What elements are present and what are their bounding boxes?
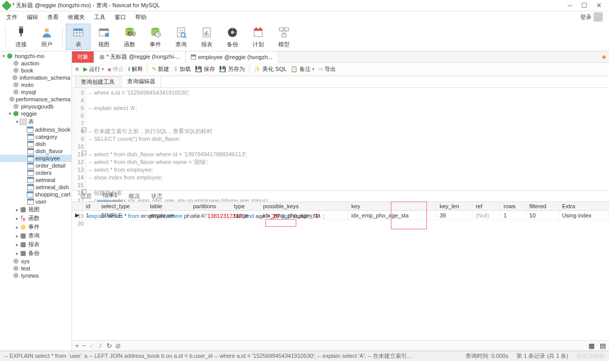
menu-收藏夹[interactable]: 收藏夹 — [64, 12, 89, 22]
tab-employee @reggie (hongzh...[interactable]: employee @reggie (hongzh... — [186, 51, 278, 63]
run-button[interactable]: ▶运行▾ — [83, 65, 104, 73]
toolbar-plan[interactable]: 计划 — [246, 24, 271, 50]
node-tables[interactable]: ▾表 — [0, 117, 71, 126]
table-setmeal[interactable]: setmeal — [0, 176, 71, 184]
subtab-1[interactable]: 查询编辑器 — [121, 76, 161, 87]
login-link[interactable]: 登录 — [580, 13, 592, 21]
toolbar-model[interactable]: 模型 — [272, 24, 296, 50]
col-select_type[interactable]: select_type — [98, 202, 147, 211]
db-information_schema[interactable]: information_schema — [0, 74, 71, 81]
menu-窗口[interactable]: 窗口 — [111, 12, 130, 22]
load-button[interactable]: ⇩加载 — [173, 65, 191, 73]
table-shopping_cart[interactable]: shopping_cart — [0, 191, 71, 198]
db-reggie[interactable]: ▾reggie — [0, 110, 71, 117]
db-pinyougoudb[interactable]: pinyougoudb — [0, 103, 71, 110]
table-order_detail[interactable]: order_detail — [0, 162, 71, 169]
col-key[interactable]: key — [348, 202, 437, 211]
col-id[interactable]: id — [83, 202, 98, 211]
table-dish[interactable]: dish — [0, 140, 71, 148]
table-category[interactable]: category — [0, 133, 71, 140]
col-Extra[interactable]: Extra — [559, 202, 608, 211]
db-icon-gray-icon — [12, 265, 20, 271]
db-mysql[interactable]: mysql — [0, 88, 71, 96]
table-orders[interactable]: orders — [0, 169, 71, 176]
beautify-button[interactable]: ✨美化 SQL — [254, 65, 286, 73]
node-backup[interactable]: ▸备份 — [0, 249, 71, 258]
form-view-icon[interactable]: ▤ — [600, 342, 606, 350]
menu-编辑[interactable]: 编辑 — [23, 12, 42, 22]
conn-hongzhi-mo[interactable]: ▾hongzhi-mo — [0, 52, 71, 60]
menu-查看[interactable]: 查看 — [43, 12, 63, 22]
node-report[interactable]: ▸报表 — [0, 240, 71, 249]
table-setmeal_dish[interactable]: setmeal_dish — [0, 184, 71, 191]
col-partitions[interactable]: partitions — [190, 202, 231, 211]
stop-icon[interactable]: ⊘ — [115, 342, 121, 350]
svg-rect-33 — [254, 29, 262, 31]
sql-editor[interactable]: 34567891011121314151617181920 -- where a… — [72, 87, 609, 190]
db-moto[interactable]: moto — [0, 81, 71, 88]
tbl-icon-icon — [27, 184, 34, 190]
node-event[interactable]: ▸事件 — [0, 223, 71, 231]
table-employee[interactable]: employee — [0, 155, 71, 162]
col-filtered[interactable]: filtered — [526, 202, 559, 211]
tab-* 无标题 @reggie (hongzhi-...[interactable]: ▦* 无标题 @reggie (hongzhi-... — [94, 51, 186, 63]
toolbar-report[interactable]: 报表 — [194, 24, 219, 50]
toolbar-view[interactable]: 视图 — [92, 24, 116, 50]
toolbar-backup[interactable]: 备份 — [220, 24, 245, 50]
avatar-icon[interactable] — [594, 12, 603, 22]
node-query[interactable]: ▸查询 — [0, 231, 71, 240]
save-button[interactable]: 💾保存 — [195, 65, 215, 73]
add-row-icon[interactable]: + — [75, 342, 79, 350]
svg-point-4 — [45, 28, 49, 32]
notes-button[interactable]: 📋备注▾ — [291, 65, 314, 73]
table-user[interactable]: user — [0, 198, 71, 205]
table-address_book[interactable]: address_book — [0, 126, 71, 133]
explain-button[interactable]: ℹ解释 — [128, 65, 143, 73]
col-possible_keys[interactable]: possible_keys — [260, 202, 348, 211]
commit-icon[interactable]: ✓ — [89, 342, 95, 350]
minimize-button[interactable]: ─ — [563, 2, 577, 9]
db-book[interactable]: book — [0, 67, 71, 74]
col-rows[interactable]: rows — [500, 202, 526, 211]
close-button[interactable]: ✕ — [592, 2, 606, 9]
table-dish_flavor[interactable]: dish_flavor — [0, 148, 71, 155]
menu-工具[interactable]: 工具 — [90, 12, 110, 22]
menu-文件[interactable]: 文件 — [2, 12, 22, 22]
tab-info-icon[interactable]: ◆ — [599, 53, 609, 60]
maximize-button[interactable]: ☐ — [577, 2, 592, 9]
col-ref[interactable]: ref — [472, 202, 500, 211]
stop-button[interactable]: ■停止 — [108, 65, 124, 73]
db-sys[interactable]: sys — [0, 258, 71, 265]
db-performance_schema[interactable]: performance_schema — [0, 96, 71, 103]
table-icon — [71, 25, 85, 40]
svg-rect-3 — [21, 33, 22, 37]
export-button[interactable]: ⇨导出 — [318, 65, 336, 73]
db-tynews[interactable]: tynews — [0, 272, 71, 279]
table-row[interactable]: ▶1SIMPLEemployee(Null)rangeidx_emp_pho_a… — [72, 211, 609, 220]
node-view[interactable]: ▸视图 — [0, 205, 71, 214]
cancel-icon[interactable]: ✗ — [98, 342, 103, 350]
new-button[interactable]: ✎新建 — [152, 65, 169, 73]
svg-line-40 — [284, 31, 286, 34]
toolbar-event[interactable]: 事件 — [143, 24, 168, 50]
del-row-icon[interactable]: − — [82, 342, 86, 350]
col-key_len[interactable]: key_len — [436, 202, 472, 211]
result-grid[interactable]: idselect_typetablepartitionstypepossible… — [72, 202, 609, 220]
menu-帮助[interactable]: 帮助 — [131, 12, 151, 22]
saveas-button[interactable]: 💾另存为 — [219, 65, 245, 73]
toolbar-plug[interactable]: 连接 — [9, 24, 33, 50]
refresh-icon[interactable]: ↻ — [106, 342, 112, 350]
menu-icon[interactable]: ≡ — [75, 65, 79, 73]
toolbar-query[interactable]: 查询 — [169, 24, 193, 50]
db-auction[interactable]: auction — [0, 60, 71, 67]
grid-view-icon[interactable]: ▦ — [588, 342, 595, 350]
tab-对象[interactable]: 对象 — [72, 51, 94, 63]
toolbar-fx[interactable]: f(x)函数 — [117, 24, 142, 50]
node-fx[interactable]: ▸fx函数 — [0, 214, 71, 223]
toolbar-user[interactable]: 用户 — [34, 24, 59, 50]
col-type[interactable]: type — [230, 202, 260, 211]
db-test[interactable]: test — [0, 265, 71, 272]
subtab-0[interactable]: 查询创建工具 — [75, 76, 120, 87]
col-table[interactable]: table — [147, 202, 190, 211]
toolbar-table[interactable]: 表 — [66, 24, 91, 50]
